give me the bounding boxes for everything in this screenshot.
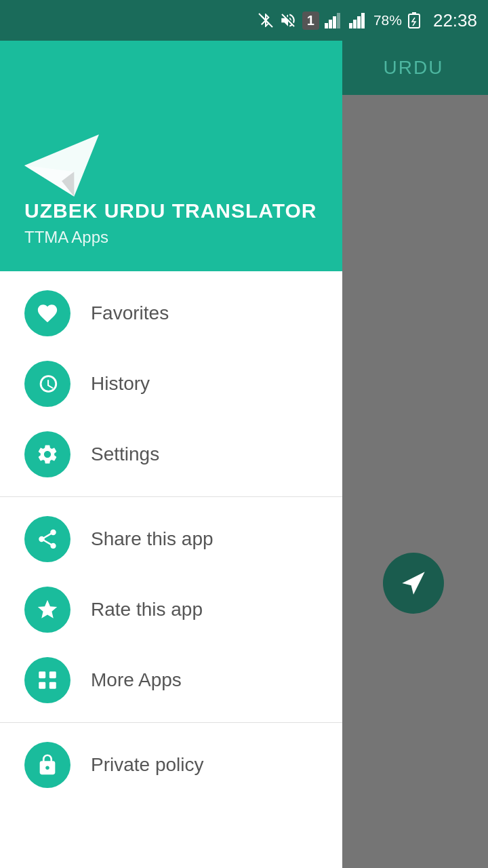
translate-button[interactable]: [383, 553, 444, 614]
right-panel: URDU: [339, 41, 488, 868]
favorites-label: Favorites: [91, 302, 169, 324]
main-layout: URDU UZBEK URDU TRANSLATOR TTMA Apps: [0, 41, 488, 868]
menu-section-1: Favorites History: [0, 278, 342, 490]
rate-icon-circle: [24, 587, 70, 633]
clock-icon: [36, 372, 59, 395]
share-icon: [36, 528, 59, 551]
mute-icon: [279, 12, 297, 29]
bluetooth-icon: [258, 12, 274, 28]
svg-rect-4: [337, 13, 340, 28]
menu-item-history[interactable]: History: [0, 349, 342, 419]
menu-section-3: Private policy: [0, 730, 342, 800]
battery-icon: [407, 12, 421, 28]
svg-rect-8: [361, 13, 365, 28]
privacy-label: Private policy: [91, 754, 204, 776]
settings-icon-circle: [24, 431, 70, 477]
share-label: Share this app: [91, 528, 214, 550]
gear-icon: [36, 443, 59, 466]
svg-rect-9: [409, 14, 420, 28]
status-time: 22:38: [433, 10, 477, 31]
heart-icon: [36, 302, 59, 325]
status-bar: 1 78% 22:38: [0, 0, 488, 41]
menu-item-more-apps[interactable]: More Apps: [0, 645, 342, 715]
notification-badge: 1: [302, 12, 319, 30]
history-label: History: [91, 373, 150, 395]
urdu-tab[interactable]: URDU: [339, 41, 488, 95]
privacy-icon-circle: [24, 742, 70, 788]
svg-rect-5: [349, 23, 352, 28]
more-apps-label: More Apps: [91, 669, 182, 691]
svg-rect-17: [49, 682, 56, 689]
svg-rect-14: [39, 671, 45, 678]
svg-rect-7: [357, 16, 361, 28]
navigation-drawer: UZBEK URDU TRANSLATOR TTMA Apps Favorite…: [0, 41, 342, 868]
menu-item-settings[interactable]: Settings: [0, 419, 342, 490]
lock-icon: [36, 753, 59, 776]
app-subtitle: TTMA Apps: [24, 228, 318, 247]
menu-item-share[interactable]: Share this app: [0, 504, 342, 574]
history-icon-circle: [24, 361, 70, 407]
svg-rect-16: [39, 682, 45, 689]
settings-label: Settings: [91, 443, 159, 465]
star-icon: [36, 598, 59, 621]
svg-rect-1: [325, 23, 328, 28]
drawer-header: UZBEK URDU TRANSLATOR TTMA Apps: [0, 41, 342, 271]
menu-item-rate[interactable]: Rate this app: [0, 574, 342, 645]
app-title: UZBEK URDU TRANSLATOR: [24, 199, 318, 222]
send-icon: [400, 570, 427, 597]
rate-label: Rate this app: [91, 599, 203, 620]
svg-rect-2: [329, 20, 332, 28]
divider-1: [0, 496, 342, 497]
divider-2: [0, 722, 342, 723]
grid-icon: [36, 669, 59, 692]
battery-percentage: 78%: [373, 12, 402, 28]
app-logo: [24, 132, 99, 199]
signal-icon-2: [349, 12, 368, 28]
more-apps-icon-circle: [24, 657, 70, 703]
svg-rect-10: [412, 12, 416, 14]
svg-rect-3: [333, 16, 336, 28]
status-icons: 1 78% 22:38: [258, 10, 477, 31]
menu-item-favorites[interactable]: Favorites: [0, 278, 342, 349]
translate-btn-container: [339, 298, 488, 868]
svg-rect-6: [353, 20, 357, 28]
favorites-icon-circle: [24, 290, 70, 336]
menu-item-privacy[interactable]: Private policy: [0, 730, 342, 800]
svg-rect-15: [49, 671, 56, 678]
share-icon-circle: [24, 516, 70, 562]
menu-section-2: Share this app Rate this app: [0, 504, 342, 715]
drawer-menu: Favorites History: [0, 271, 342, 868]
urdu-tab-label: URDU: [384, 57, 444, 79]
signal-icon: [325, 12, 344, 28]
